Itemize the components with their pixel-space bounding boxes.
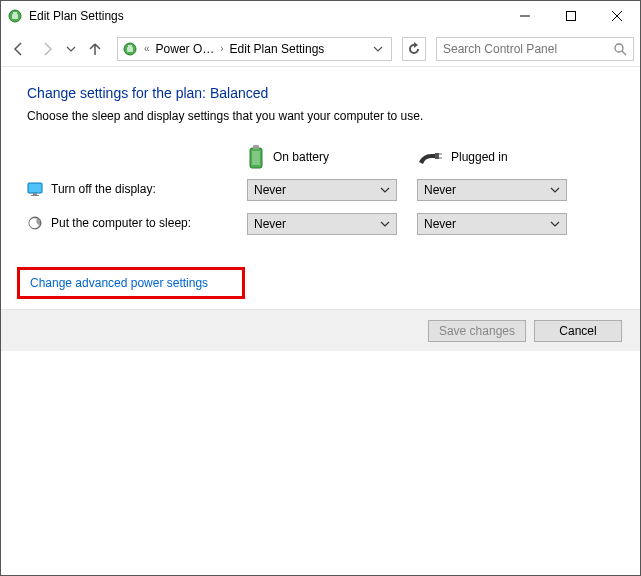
row-label-sleep: Put the computer to sleep: bbox=[27, 207, 237, 239]
recent-locations-button[interactable] bbox=[63, 37, 79, 61]
svg-rect-1 bbox=[12, 14, 18, 19]
cancel-button[interactable]: Cancel bbox=[534, 320, 622, 342]
chevron-down-icon bbox=[550, 219, 560, 229]
display-icon bbox=[27, 181, 43, 197]
save-button[interactable]: Save changes bbox=[428, 320, 526, 342]
dropdown-value: Never bbox=[254, 183, 286, 197]
svg-line-11 bbox=[622, 51, 626, 55]
sleep-icon bbox=[27, 215, 43, 231]
svg-rect-15 bbox=[435, 153, 439, 159]
search-icon[interactable] bbox=[613, 42, 627, 56]
column-label-battery: On battery bbox=[273, 150, 329, 164]
dropdown-sleep-plugged[interactable]: Never bbox=[417, 213, 567, 235]
refresh-button[interactable] bbox=[402, 37, 426, 61]
row-label-display: Turn off the display: bbox=[27, 173, 237, 205]
address-dropdown-icon[interactable] bbox=[369, 38, 387, 60]
chevron-down-icon bbox=[550, 185, 560, 195]
window: Edit Plan Settings bbox=[0, 0, 641, 576]
settings-grid: On battery Plugged in Turn off the displ… bbox=[17, 141, 624, 241]
row-text-sleep: Put the computer to sleep: bbox=[51, 216, 191, 230]
titlebar: Edit Plan Settings bbox=[1, 1, 640, 31]
column-header-battery: On battery bbox=[247, 141, 407, 173]
svg-rect-20 bbox=[31, 195, 39, 196]
page-heading: Change settings for the plan: Balanced bbox=[17, 85, 624, 101]
window-controls bbox=[502, 1, 640, 31]
dropdown-value: Never bbox=[254, 217, 286, 231]
breadcrumb: « Power O… › Edit Plan Settings bbox=[142, 42, 365, 56]
breadcrumb-power-options[interactable]: Power O… bbox=[154, 42, 217, 56]
up-button[interactable] bbox=[83, 37, 107, 61]
highlight-box: Change advanced power settings bbox=[17, 267, 245, 299]
svg-point-10 bbox=[615, 44, 623, 52]
search-input[interactable] bbox=[443, 42, 613, 56]
svg-rect-8 bbox=[127, 47, 133, 52]
chevron-down-icon bbox=[380, 219, 390, 229]
svg-rect-18 bbox=[28, 183, 42, 193]
svg-rect-9 bbox=[128, 45, 132, 47]
bottom-space bbox=[1, 351, 640, 575]
dropdown-display-plugged[interactable]: Never bbox=[417, 179, 567, 201]
forward-button[interactable] bbox=[35, 37, 59, 61]
svg-rect-4 bbox=[567, 12, 576, 21]
svg-rect-19 bbox=[33, 193, 37, 195]
chevron-down-icon bbox=[380, 185, 390, 195]
chevron-right-icon: › bbox=[218, 43, 225, 54]
column-header-plugged: Plugged in bbox=[417, 141, 577, 173]
search-box[interactable] bbox=[436, 37, 634, 61]
svg-rect-13 bbox=[253, 145, 259, 149]
link-advanced-settings[interactable]: Change advanced power settings bbox=[30, 276, 208, 290]
links-section: Change advanced power settings Restore d… bbox=[17, 267, 624, 309]
navigation-bar: « Power O… › Edit Plan Settings bbox=[1, 31, 640, 67]
svg-rect-14 bbox=[252, 151, 260, 165]
breadcrumb-edit-plan[interactable]: Edit Plan Settings bbox=[228, 42, 327, 56]
back-button[interactable] bbox=[7, 37, 31, 61]
content-area: Change settings for the plan: Balanced C… bbox=[1, 67, 640, 309]
window-title: Edit Plan Settings bbox=[29, 9, 502, 23]
column-label-plugged: Plugged in bbox=[451, 150, 508, 164]
power-options-icon bbox=[7, 8, 23, 24]
address-bar[interactable]: « Power O… › Edit Plan Settings bbox=[117, 37, 392, 61]
power-options-icon bbox=[122, 41, 138, 57]
dropdown-value: Never bbox=[424, 217, 456, 231]
row-text-display: Turn off the display: bbox=[51, 182, 156, 196]
plug-icon bbox=[417, 148, 443, 166]
page-subtext: Choose the sleep and display settings th… bbox=[17, 109, 624, 123]
close-button[interactable] bbox=[594, 1, 640, 31]
chevron-left-icon[interactable]: « bbox=[142, 43, 152, 54]
footer-bar: Save changes Cancel bbox=[1, 309, 640, 351]
minimize-button[interactable] bbox=[502, 1, 548, 31]
dropdown-value: Never bbox=[424, 183, 456, 197]
dropdown-sleep-battery[interactable]: Never bbox=[247, 213, 397, 235]
dropdown-display-battery[interactable]: Never bbox=[247, 179, 397, 201]
svg-rect-2 bbox=[13, 12, 17, 14]
battery-icon bbox=[247, 144, 265, 170]
maximize-button[interactable] bbox=[548, 1, 594, 31]
